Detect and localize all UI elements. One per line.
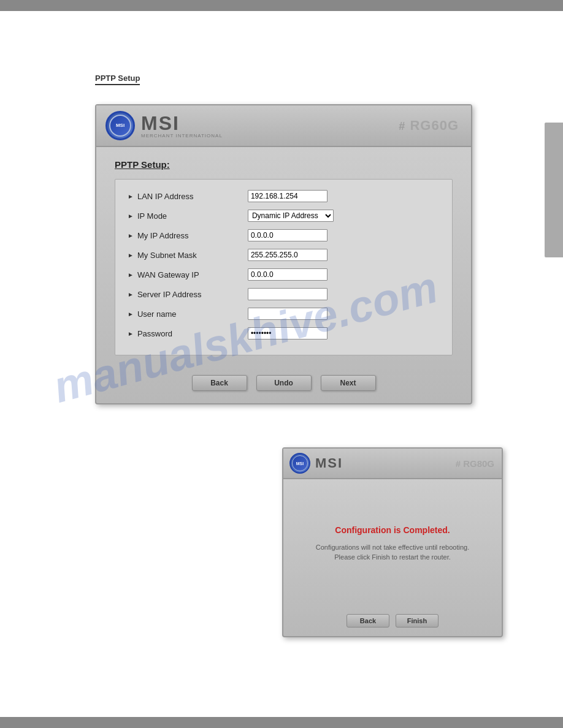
top-bar xyxy=(0,0,563,11)
label-my-ip: My IP Address xyxy=(137,231,248,240)
arrow-subnet: ► xyxy=(128,252,134,259)
arrow-gateway: ► xyxy=(128,271,134,278)
right-tab xyxy=(545,123,563,257)
form-row-ip-mode: ► IP Mode Dynamic IP Address Static IP A… xyxy=(128,208,440,223)
second-logo: MSI xyxy=(289,453,310,474)
form-area: ► LAN IP Address ► IP Mode Dynamic IP Ad… xyxy=(115,179,453,355)
second-back-button[interactable]: Back xyxy=(347,614,389,628)
input-server-ip[interactable] xyxy=(248,288,327,300)
msi-header: MSI MSI MERCHANT INTERNATIONAL # RG60G xyxy=(96,105,471,147)
second-logo-text: MSI xyxy=(296,461,304,466)
input-lan-ip[interactable] xyxy=(248,190,327,202)
arrow-my-ip: ► xyxy=(128,232,134,239)
back-button[interactable]: Back xyxy=(192,375,247,391)
label-ip-mode: IP Mode xyxy=(137,211,248,221)
msi-logo: MSI xyxy=(105,111,135,140)
select-ip-mode[interactable]: Dynamic IP Address Static IP Address xyxy=(248,210,334,222)
arrow-lan-ip: ► xyxy=(128,193,134,200)
label-server-ip: Server IP Address xyxy=(137,290,248,299)
section-heading: PPTP Setup xyxy=(95,74,140,85)
undo-button[interactable]: Undo xyxy=(256,375,312,391)
pptp-title: PPTP Setup: xyxy=(115,159,453,170)
arrow-ip-mode: ► xyxy=(128,213,134,219)
arrow-server-ip: ► xyxy=(128,291,134,298)
second-logo-inner: MSI xyxy=(292,455,308,471)
form-row-subnet: ► My Subnet Mask xyxy=(128,248,440,262)
main-panel: MSI MSI MERCHANT INTERNATIONAL # RG60G P… xyxy=(95,104,472,404)
arrow-password: ► xyxy=(128,330,134,337)
second-header: MSI MSI # RG80G xyxy=(283,449,502,479)
form-row-password: ► Password xyxy=(128,326,440,341)
input-gateway[interactable] xyxy=(248,268,327,281)
form-row-gateway: ► WAN Gateway IP xyxy=(128,267,440,282)
panel-content: PPTP Setup: ► LAN IP Address ► IP Mode D… xyxy=(96,147,471,368)
config-complete-title: Configuration is Completed. xyxy=(335,525,450,535)
second-button-bar: Back Finish xyxy=(283,614,502,628)
arrow-username: ► xyxy=(128,311,134,317)
main-button-bar: Back Undo Next xyxy=(96,375,471,391)
label-username: User name xyxy=(137,309,248,319)
second-model: # RG80G xyxy=(456,458,494,469)
msi-big-text: MSI xyxy=(141,113,223,133)
input-username[interactable] xyxy=(248,308,327,320)
finish-button[interactable]: Finish xyxy=(396,614,439,628)
form-row-lan-ip: ► LAN IP Address xyxy=(128,189,440,203)
form-row-username: ► User name xyxy=(128,306,440,321)
label-password: Password xyxy=(137,329,248,338)
second-brand-big: MSI xyxy=(315,455,343,471)
label-lan-ip: LAN IP Address xyxy=(137,192,248,201)
bottom-bar xyxy=(0,717,563,728)
second-content: Configuration is Completed. Configuratio… xyxy=(283,479,502,608)
msi-brand: MSI MERCHANT INTERNATIONAL xyxy=(141,113,223,138)
label-gateway: WAN Gateway IP xyxy=(137,270,248,279)
input-password[interactable] xyxy=(248,327,327,339)
msi-logo-inner: MSI xyxy=(109,115,131,137)
second-panel: MSI MSI # RG80G Configuration is Complet… xyxy=(282,447,503,637)
next-button[interactable]: Next xyxy=(321,375,376,391)
form-row-my-ip: ► My IP Address xyxy=(128,228,440,243)
input-my-ip[interactable] xyxy=(248,229,327,241)
msi-logo-text: MSI xyxy=(116,123,124,129)
form-row-server-ip: ► Server IP Address xyxy=(128,287,440,301)
msi-sub-text: MERCHANT INTERNATIONAL xyxy=(141,133,223,138)
input-subnet[interactable] xyxy=(248,249,327,261)
label-subnet: My Subnet Mask xyxy=(137,251,248,260)
msi-model: # RG60G xyxy=(399,118,459,134)
config-sub-text: Configurations will not take effective u… xyxy=(316,542,470,563)
